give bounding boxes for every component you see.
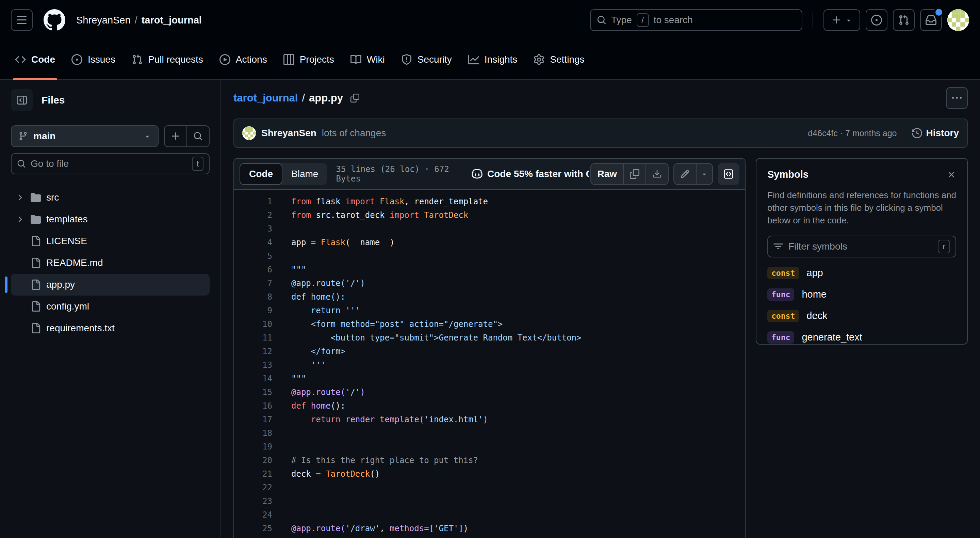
tree-item-templates[interactable]: templates — [11, 208, 210, 230]
tab-security[interactable]: Security — [395, 48, 459, 71]
line-number[interactable]: 25 — [234, 522, 272, 535]
create-new-button[interactable] — [824, 9, 860, 31]
symbol-item-generate-text[interactable]: funcgenerate_text — [767, 327, 956, 348]
code-card: CodeBlame 35 lines (26 loc) · 672 Bytes … — [234, 158, 746, 538]
line-number[interactable]: 11 — [234, 331, 272, 345]
line-number[interactable]: 22 — [234, 481, 272, 495]
add-file-button[interactable] — [165, 126, 187, 147]
book-icon — [350, 54, 361, 65]
go-to-file-input[interactable]: Go to file t — [11, 153, 210, 174]
line-number[interactable]: 20 — [234, 453, 272, 467]
breadcrumb-user-link[interactable]: ShreyanSen — [76, 14, 130, 26]
file-icon — [30, 323, 41, 334]
github-logo-icon[interactable] — [43, 9, 65, 31]
commit-message[interactable]: lots of changes — [322, 128, 386, 139]
tree-item-config-yml[interactable]: config.yml — [11, 295, 210, 317]
tree-item-license[interactable]: LICENSE — [11, 230, 210, 252]
view-tab-blame[interactable]: Blame — [282, 163, 327, 185]
user-avatar[interactable] — [947, 9, 969, 31]
symbol-item-deck[interactable]: constdeck — [767, 305, 956, 327]
line-number[interactable]: 8 — [234, 290, 272, 304]
close-icon[interactable] — [947, 170, 956, 179]
line-number[interactable]: 10 — [234, 317, 272, 331]
line-number[interactable]: 21 — [234, 467, 272, 481]
line-number[interactable]: 6 — [234, 263, 272, 276]
commit-sha-and-time[interactable]: d46c4fc · 7 months ago — [808, 128, 897, 138]
symbols-panel-toggle-button[interactable] — [718, 163, 740, 185]
search-files-button[interactable] — [187, 126, 209, 147]
inbox-button[interactable] — [920, 9, 942, 31]
file-icon — [30, 279, 41, 290]
view-tab-code[interactable]: Code — [240, 163, 282, 185]
line-number[interactable]: 13 — [234, 358, 272, 372]
line-number[interactable]: 7 — [234, 276, 272, 290]
code-line-1: 1from flask import Flask, render_templat… — [234, 195, 745, 208]
tab-issues[interactable]: Issues — [65, 48, 122, 71]
history-button[interactable]: History — [912, 128, 959, 139]
tree-item-readme-md[interactable]: README.md — [11, 252, 210, 274]
tree-item-src[interactable]: src — [11, 187, 210, 208]
line-number[interactable]: 15 — [234, 385, 272, 399]
global-search-input[interactable]: Type / to search — [590, 9, 802, 31]
tree-item-app-py[interactable]: app.py — [11, 274, 210, 295]
code-line-11: 11 <button type="submit">Generate Random… — [234, 331, 745, 345]
filter-symbols-input[interactable]: Filter symbols r — [767, 236, 956, 257]
chevron-right-icon[interactable] — [14, 193, 25, 202]
line-number[interactable]: 3 — [234, 222, 272, 236]
line-number[interactable]: 9 — [234, 304, 272, 317]
line-number[interactable]: 24 — [234, 508, 272, 522]
issues-header-button[interactable] — [865, 9, 888, 31]
more-options-button[interactable] — [946, 87, 968, 109]
tab-pull-requests[interactable]: Pull requests — [125, 48, 210, 71]
symbols-title: Symbols — [767, 169, 808, 180]
header-top: ShreyanSen / tarot_journal Type / to sea… — [0, 0, 980, 40]
line-number[interactable]: 17 — [234, 413, 272, 426]
copy-raw-button[interactable] — [623, 164, 646, 184]
content-row: CodeBlame 35 lines (26 loc) · 672 Bytes … — [234, 158, 968, 538]
code-line-2: 2from src.tarot_deck import TarotDeck — [234, 208, 745, 222]
download-button[interactable] — [646, 164, 668, 184]
tab-projects[interactable]: Projects — [277, 48, 341, 71]
tab-insights[interactable]: Insights — [461, 48, 524, 71]
symbols-description: Find definitions and references for func… — [767, 189, 956, 227]
breadcrumb-repo-link[interactable]: tarot_journal — [234, 92, 298, 104]
code-line-19: 19 — [234, 440, 745, 453]
line-number[interactable]: 4 — [234, 236, 272, 249]
line-number[interactable]: 14 — [234, 372, 272, 385]
line-number[interactable]: 1 — [234, 195, 272, 208]
line-number[interactable]: 19 — [234, 440, 272, 453]
tab-code[interactable]: Code — [8, 48, 62, 71]
chevron-right-icon[interactable] — [14, 215, 25, 224]
tree-item-label: requirements.txt — [46, 323, 115, 334]
pull-requests-header-button[interactable] — [893, 9, 915, 31]
commit-author-avatar[interactable] — [242, 126, 256, 140]
edit-file-button[interactable] — [674, 164, 696, 184]
hamburger-menu-button[interactable] — [11, 9, 33, 31]
symbol-item-app[interactable]: constapp — [767, 262, 956, 284]
tab-wiki[interactable]: Wiki — [344, 48, 392, 71]
hamburger-icon — [16, 14, 27, 26]
raw-button[interactable]: Raw — [591, 164, 623, 184]
line-number[interactable]: 16 — [234, 399, 272, 413]
issue-icon — [72, 54, 82, 65]
copy-path-icon[interactable] — [350, 94, 360, 102]
symbol-item-home[interactable]: funchome — [767, 284, 956, 305]
tree-item-requirements-txt[interactable]: requirements.txt — [11, 317, 210, 339]
branch-selector[interactable]: main — [11, 125, 159, 147]
line-number[interactable]: 23 — [234, 495, 272, 508]
collapse-sidebar-button[interactable] — [11, 89, 33, 111]
tab-label: Code — [31, 54, 55, 65]
line-number[interactable]: 12 — [234, 345, 272, 358]
line-number[interactable]: 18 — [234, 426, 272, 440]
line-number[interactable]: 5 — [234, 249, 272, 263]
copilot-banner[interactable]: Code 55% faster with Gi — [471, 168, 589, 180]
tab-actions[interactable]: Actions — [213, 48, 274, 71]
tab-settings[interactable]: Settings — [527, 48, 591, 71]
edit-dropdown-button[interactable] — [696, 164, 712, 184]
commit-author-name[interactable]: ShreyanSen — [261, 128, 317, 139]
tab-label: Settings — [550, 54, 584, 65]
line-number[interactable]: 2 — [234, 208, 272, 222]
git-pull-request-icon — [898, 14, 909, 26]
inbox-icon — [926, 14, 937, 26]
breadcrumb-repo-link[interactable]: tarot_journal — [142, 14, 202, 26]
